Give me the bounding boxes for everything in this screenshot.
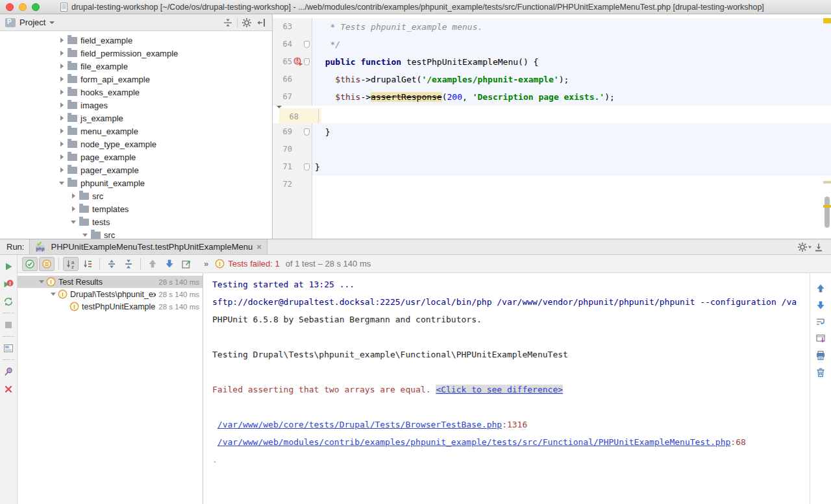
tree-item-pager_example[interactable]: pager_example <box>0 163 272 176</box>
error-stripe-mark[interactable] <box>823 181 831 184</box>
code-line[interactable]: * Tests phpunit_example menus. <box>312 18 831 36</box>
code-line[interactable]: public function testPhpUnitExampleMenu()… <box>312 53 831 71</box>
tree-item-field_example[interactable]: field_example <box>0 34 272 47</box>
previous-occurrence-button[interactable] <box>145 257 160 271</box>
chevron-collapsed-icon[interactable] <box>69 206 78 211</box>
folder-icon <box>79 219 89 226</box>
tree-item-phpunit_example[interactable]: phpunit_example <box>0 176 272 189</box>
tree-item-file_example[interactable]: file_example <box>0 60 272 73</box>
separator <box>3 313 14 313</box>
console-file-link[interactable]: /var/www/web/modules/contrib/examples/ph… <box>217 437 731 447</box>
editor-empty-area[interactable] <box>273 193 831 239</box>
code-line[interactable] <box>312 176 831 193</box>
tree-item-js_example[interactable]: js_example <box>0 112 272 125</box>
settings-gear-caret-button[interactable] <box>797 241 812 254</box>
zoom-window-button[interactable] <box>32 3 40 11</box>
locate-button[interactable] <box>221 16 235 29</box>
tree-item-images[interactable]: images <box>0 99 272 112</box>
inspection-status-icon[interactable] <box>823 18 831 23</box>
tree-item-field_permission_example[interactable]: field_permission_example <box>0 47 272 60</box>
tree-item-templates[interactable]: templates <box>0 202 272 215</box>
sort-by-duration-button[interactable] <box>80 257 95 271</box>
restore-layout-button[interactable] <box>0 339 17 357</box>
chevron-expanded-icon[interactable] <box>49 293 58 296</box>
console-file-link[interactable]: /var/www/web/core/tests/Drupal/Tests/Bro… <box>217 420 502 429</box>
see-difference-link[interactable]: <Click to see difference> <box>436 385 563 394</box>
next-occurrence-button[interactable] <box>162 257 177 271</box>
chevrons-more-icon[interactable]: » <box>204 259 208 269</box>
toggle-auto-test-button[interactable] <box>0 293 17 310</box>
chevron-collapsed-icon[interactable] <box>57 115 66 121</box>
expand-all-button[interactable] <box>104 257 119 271</box>
import-test-results-button[interactable] <box>815 330 826 347</box>
editor-scrollbar-thumb[interactable] <box>825 197 830 228</box>
tree-item-label: menu_example <box>81 126 138 136</box>
chevron-collapsed-icon[interactable] <box>57 51 66 56</box>
fold-marker-icon[interactable] <box>304 163 310 171</box>
warning-circle-icon: ! <box>215 259 225 269</box>
chevron-expanded-icon[interactable] <box>81 234 90 237</box>
chevron-collapsed-icon[interactable] <box>57 64 66 69</box>
run-failed-gutter-icon[interactable]: ! <box>293 57 303 66</box>
tree-item-tests[interactable]: tests <box>0 215 272 228</box>
up-stacktrace-button[interactable] <box>816 280 825 296</box>
stop-button[interactable] <box>0 316 17 333</box>
code-line[interactable]: } <box>312 158 831 176</box>
tree-item-menu_example[interactable]: menu_example <box>0 125 272 138</box>
sort-alphabetically-button[interactable]: az <box>63 257 79 271</box>
minimize-window-button[interactable] <box>19 3 27 11</box>
tree-item-src[interactable]: src <box>0 189 272 202</box>
hide-panel-left-button[interactable] <box>254 16 268 29</box>
code-line[interactable]: */ <box>312 36 831 53</box>
chevron-collapsed-icon[interactable] <box>57 90 66 95</box>
clear-console-button[interactable] <box>815 364 826 381</box>
down-stacktrace-button[interactable] <box>816 296 825 313</box>
code-line[interactable]: $this->assertEquals([1, 2], [3, 4]); <box>319 108 321 123</box>
chevron-expanded-icon[interactable] <box>69 221 78 224</box>
code-line[interactable]: $this->assertResponse(200, 'Description … <box>312 88 831 106</box>
code-editor[interactable]: 63 * Tests phpunit_example menus.64 */65… <box>273 14 831 239</box>
chevron-collapsed-icon[interactable] <box>57 38 66 43</box>
chevron-down-icon[interactable] <box>49 21 55 24</box>
tree-item-src[interactable]: src <box>0 228 272 239</box>
chevron-collapsed-icon[interactable] <box>57 77 66 82</box>
fold-marker-icon[interactable] <box>304 41 310 48</box>
chevron-collapsed-icon[interactable] <box>57 128 66 134</box>
close-tab-icon[interactable]: × <box>256 243 262 251</box>
close-icon <box>4 385 13 394</box>
code-line[interactable]: } <box>312 123 831 141</box>
chevron-collapsed-icon[interactable] <box>57 141 66 147</box>
tree-item-node_type_example[interactable]: node_type_example <box>0 138 272 150</box>
export-test-results-button[interactable] <box>179 257 194 271</box>
fold-marker-icon[interactable] <box>304 128 310 136</box>
rerun-failed-tests-button[interactable]: ! <box>0 275 17 293</box>
chevron-collapsed-icon[interactable] <box>57 154 66 160</box>
collapse-all-button[interactable] <box>121 257 136 271</box>
run-configuration-tab[interactable]: php PHPUnitExampleMenuTest.testPhpUnitEx… <box>29 239 267 254</box>
show-ignored-button[interactable] <box>39 257 55 271</box>
rerun-button[interactable] <box>0 258 17 275</box>
test-tree-row[interactable]: !Drupal\Tests\phpunit_exa28 s 140 ms <box>18 288 203 300</box>
tree-item-page_example[interactable]: page_example <box>0 150 272 163</box>
code-line[interactable] <box>312 141 831 158</box>
test-tree-row[interactable]: !Test Results28 s 140 ms <box>18 276 203 288</box>
fold-marker-icon[interactable] <box>304 58 310 66</box>
soft-wrap-button[interactable] <box>815 313 826 330</box>
settings-gear-button[interactable] <box>240 16 254 29</box>
pin-tab-button[interactable] <box>0 363 17 380</box>
test-tree-row[interactable]: !testPhpUnitExampleMe28 s 140 ms <box>18 300 203 313</box>
error-stripe-mark[interactable] <box>823 205 831 208</box>
chevron-collapsed-icon[interactable] <box>57 102 66 108</box>
chevron-expanded-icon[interactable] <box>57 182 66 185</box>
tree-item-hooks_example[interactable]: hooks_example <box>0 86 272 99</box>
hide-panel-down-button[interactable] <box>812 241 826 254</box>
close-button[interactable] <box>0 380 17 398</box>
chevron-expanded-icon[interactable] <box>37 280 46 283</box>
code-line[interactable]: $this->drupalGet('/examples/phpunit-exam… <box>312 71 831 88</box>
close-window-button[interactable] <box>6 3 14 11</box>
print-button[interactable] <box>815 347 826 364</box>
tree-item-form_api_example[interactable]: form_api_example <box>0 73 272 86</box>
show-passed-button[interactable] <box>22 257 38 271</box>
chevron-collapsed-icon[interactable] <box>69 193 78 198</box>
chevron-collapsed-icon[interactable] <box>57 167 66 173</box>
